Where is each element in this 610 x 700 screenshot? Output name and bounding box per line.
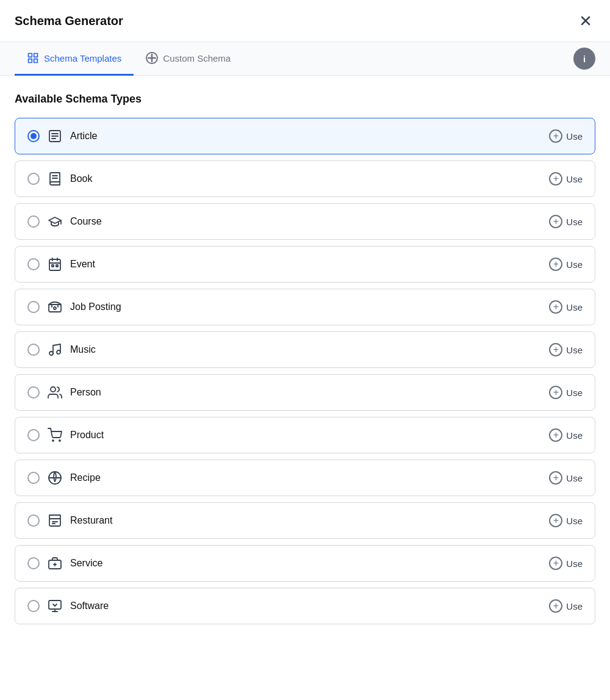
- course-icon: [47, 214, 63, 229]
- use-button-book[interactable]: + Use: [549, 172, 583, 186]
- radio-service: [27, 557, 40, 569]
- tabs-bar: Schema Templates Custom Schema i: [0, 42, 610, 76]
- modal-header: Schema Generator: [0, 0, 610, 42]
- person-icon: [47, 384, 63, 400]
- tabs-left: Schema Templates Custom Schema: [15, 42, 243, 75]
- use-button-product[interactable]: + Use: [549, 428, 583, 442]
- schema-item-job-posting[interactable]: Job Posting + Use: [15, 289, 595, 325]
- software-icon: [47, 598, 63, 614]
- schema-list: Article + Use: [15, 118, 595, 624]
- plus-circle-use-icon: +: [549, 129, 562, 143]
- article-icon: [47, 128, 63, 144]
- schema-label-book: Book: [70, 173, 92, 184]
- modal-content: Available Schema Types Article: [0, 76, 610, 641]
- schema-item-course[interactable]: Course + Use: [15, 203, 595, 240]
- svg-rect-4: [34, 59, 38, 63]
- schema-item-person[interactable]: Person + Use: [15, 374, 595, 411]
- schema-label-restaurant: Resturant: [70, 515, 112, 526]
- close-button[interactable]: [576, 11, 595, 31]
- schema-label-course: Course: [70, 216, 102, 227]
- use-button-recipe[interactable]: + Use: [549, 471, 583, 485]
- svg-rect-14: [49, 259, 60, 270]
- svg-rect-2: [29, 54, 32, 57]
- info-icon: i: [583, 54, 586, 64]
- use-button-event[interactable]: + Use: [549, 258, 583, 271]
- schema-item-event[interactable]: Event + Use: [15, 246, 595, 283]
- radio-product: [27, 429, 40, 441]
- event-icon: [47, 256, 63, 272]
- use-button-job-posting[interactable]: + Use: [549, 300, 583, 314]
- schema-item-article[interactable]: Article + Use: [15, 118, 595, 154]
- tab-schema-templates-label: Schema Templates: [44, 53, 121, 63]
- schema-label-job-posting: Job Posting: [70, 301, 121, 312]
- radio-restaurant: [27, 514, 40, 527]
- recipe-icon: [47, 470, 63, 486]
- svg-rect-5: [29, 59, 32, 63]
- radio-person: [27, 386, 40, 399]
- svg-rect-20: [49, 305, 61, 312]
- radio-job-posting: [27, 301, 40, 313]
- schema-item-service[interactable]: Service + Use: [15, 545, 595, 582]
- tab-custom-schema[interactable]: Custom Schema: [134, 42, 243, 76]
- use-button-service[interactable]: + Use: [549, 557, 583, 570]
- service-icon: [47, 555, 63, 571]
- tab-custom-schema-label: Custom Schema: [163, 53, 231, 63]
- svg-rect-19: [56, 265, 58, 267]
- schema-item-restaurant[interactable]: Resturant + Use: [15, 502, 595, 539]
- schema-generator-modal: Schema Generator Schema Templates: [0, 0, 610, 641]
- job-posting-icon: [47, 299, 63, 315]
- use-button-person[interactable]: + Use: [549, 386, 583, 399]
- svg-point-25: [52, 440, 54, 441]
- svg-point-24: [51, 387, 56, 392]
- radio-book: [27, 173, 40, 185]
- svg-point-22: [49, 352, 53, 355]
- schema-item-music[interactable]: Music + Use: [15, 331, 595, 368]
- schema-item-software[interactable]: Software + Use: [15, 588, 595, 624]
- schema-label-product: Product: [70, 430, 104, 441]
- use-button-article[interactable]: + Use: [549, 129, 583, 143]
- radio-course: [27, 215, 40, 228]
- music-icon: [47, 342, 63, 358]
- svg-point-26: [59, 440, 60, 441]
- radio-music: [27, 344, 40, 356]
- tab-schema-templates[interactable]: Schema Templates: [15, 42, 134, 76]
- info-button[interactable]: i: [573, 48, 595, 70]
- svg-rect-18: [52, 265, 54, 267]
- radio-recipe: [27, 472, 40, 484]
- schema-label-article: Article: [70, 131, 97, 142]
- radio-event: [27, 258, 40, 270]
- template-icon: [27, 52, 39, 64]
- schema-item-recipe[interactable]: Recipe + Use: [15, 460, 595, 496]
- section-title: Available Schema Types: [15, 93, 595, 106]
- modal-title: Schema Generator: [15, 14, 123, 28]
- product-icon: [47, 427, 63, 443]
- use-button-software[interactable]: + Use: [549, 599, 583, 613]
- close-icon: [578, 13, 593, 28]
- svg-rect-32: [49, 601, 61, 609]
- schema-label-event: Event: [70, 259, 95, 270]
- svg-rect-3: [34, 54, 38, 57]
- schema-label-person: Person: [70, 387, 101, 398]
- schema-label-music: Music: [70, 344, 96, 355]
- radio-software: [27, 600, 40, 612]
- svg-point-21: [54, 307, 56, 309]
- radio-article: [27, 130, 40, 142]
- use-button-music[interactable]: + Use: [549, 343, 583, 356]
- plus-circle-icon: [146, 52, 158, 64]
- restaurant-icon: [47, 513, 63, 529]
- schema-item-product[interactable]: Product + Use: [15, 417, 595, 453]
- use-button-restaurant[interactable]: + Use: [549, 514, 583, 527]
- schema-item-book[interactable]: Book + Use: [15, 161, 595, 197]
- book-icon: [47, 171, 63, 187]
- use-button-course[interactable]: + Use: [549, 215, 583, 228]
- schema-label-software: Software: [70, 601, 109, 612]
- schema-label-recipe: Recipe: [70, 472, 101, 483]
- schema-label-service: Service: [70, 558, 102, 569]
